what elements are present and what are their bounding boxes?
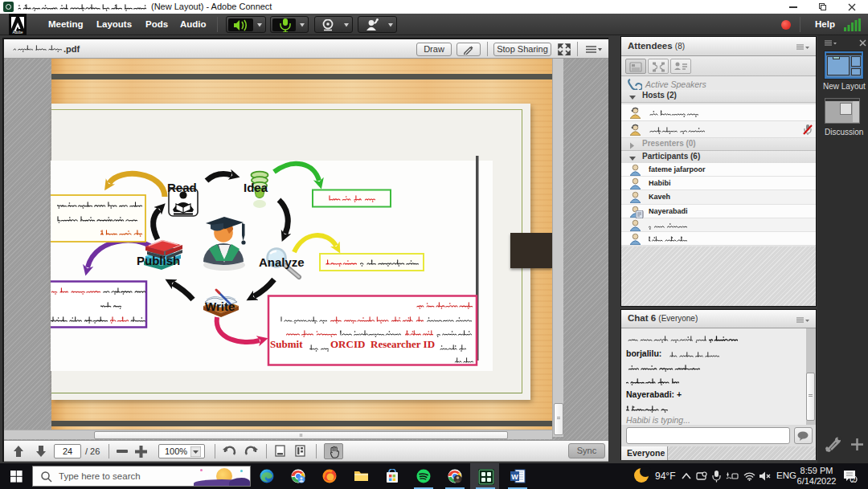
svg-text:W: W	[511, 473, 518, 481]
svg-text:2: 2	[852, 476, 856, 483]
svg-text:Adobe: Adobe	[12, 31, 23, 35]
svg-text:Read: Read	[167, 181, 197, 194]
svg-text:Idea: Idea	[244, 181, 268, 194]
svg-text:Write: Write	[205, 300, 235, 313]
svg-text:Analyze: Analyze	[259, 255, 305, 269]
svg-text:Publish: Publish	[137, 254, 180, 267]
